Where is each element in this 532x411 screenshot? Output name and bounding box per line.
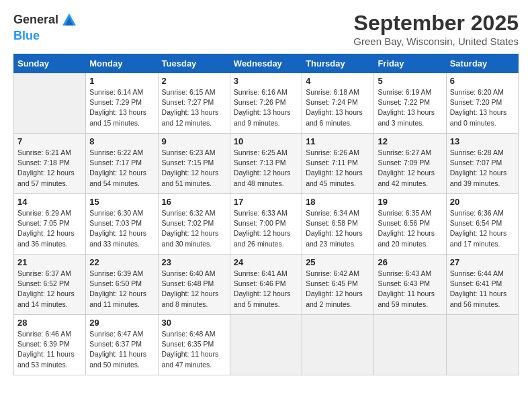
day-cell bbox=[230, 315, 302, 375]
day-cell: 7Sunrise: 6:21 AMSunset: 7:18 PMDaylight… bbox=[14, 134, 86, 194]
day-info: Sunrise: 6:43 AMSunset: 6:43 PMDaylight:… bbox=[378, 269, 442, 310]
day-cell: 8Sunrise: 6:22 AMSunset: 7:17 PMDaylight… bbox=[86, 134, 158, 194]
day-number: 9 bbox=[162, 136, 226, 146]
weekday-header-wednesday: Wednesday bbox=[230, 54, 302, 73]
logo-blue: Blue bbox=[13, 30, 79, 43]
day-number: 17 bbox=[234, 197, 298, 207]
day-info: Sunrise: 6:32 AMSunset: 7:02 PMDaylight:… bbox=[162, 208, 226, 249]
day-cell: 9Sunrise: 6:23 AMSunset: 7:15 PMDaylight… bbox=[158, 134, 230, 194]
day-number: 19 bbox=[378, 197, 442, 207]
day-cell: 2Sunrise: 6:15 AMSunset: 7:27 PMDaylight… bbox=[158, 73, 230, 134]
day-info: Sunrise: 6:35 AMSunset: 6:56 PMDaylight:… bbox=[378, 208, 442, 249]
weekday-header-row: SundayMondayTuesdayWednesdayThursdayFrid… bbox=[14, 54, 519, 73]
day-number: 26 bbox=[378, 257, 442, 267]
day-cell bbox=[302, 315, 374, 375]
day-cell: 15Sunrise: 6:30 AMSunset: 7:03 PMDayligh… bbox=[86, 194, 158, 255]
day-number: 30 bbox=[162, 318, 226, 328]
location-title: Green Bay, Wisconsin, United States bbox=[353, 36, 519, 47]
day-info: Sunrise: 6:39 AMSunset: 6:50 PMDaylight:… bbox=[89, 269, 154, 310]
day-info: Sunrise: 6:20 AMSunset: 7:20 PMDaylight:… bbox=[450, 87, 515, 128]
day-cell: 26Sunrise: 6:43 AMSunset: 6:43 PMDayligh… bbox=[374, 255, 446, 315]
day-cell: 13Sunrise: 6:28 AMSunset: 7:07 PMDayligh… bbox=[446, 134, 518, 194]
day-info: Sunrise: 6:36 AMSunset: 6:54 PMDaylight:… bbox=[450, 208, 515, 249]
week-row-3: 14Sunrise: 6:29 AMSunset: 7:05 PMDayligh… bbox=[14, 194, 519, 255]
logo-icon bbox=[60, 11, 79, 30]
day-cell: 11Sunrise: 6:26 AMSunset: 7:11 PMDayligh… bbox=[302, 134, 374, 194]
day-number: 21 bbox=[17, 257, 82, 267]
day-number: 20 bbox=[450, 197, 515, 207]
day-number: 16 bbox=[162, 197, 226, 207]
day-cell: 30Sunrise: 6:48 AMSunset: 6:35 PMDayligh… bbox=[158, 315, 230, 375]
day-number: 2 bbox=[162, 76, 226, 86]
day-info: Sunrise: 6:34 AMSunset: 6:58 PMDaylight:… bbox=[306, 208, 370, 249]
day-number: 5 bbox=[378, 76, 442, 86]
day-number: 14 bbox=[17, 197, 82, 207]
day-number: 1 bbox=[89, 76, 154, 86]
day-info: Sunrise: 6:37 AMSunset: 6:52 PMDaylight:… bbox=[17, 269, 82, 310]
calendar-table: SundayMondayTuesdayWednesdayThursdayFrid… bbox=[13, 54, 519, 375]
day-cell: 22Sunrise: 6:39 AMSunset: 6:50 PMDayligh… bbox=[86, 255, 158, 315]
day-info: Sunrise: 6:16 AMSunset: 7:26 PMDaylight:… bbox=[234, 87, 298, 128]
day-info: Sunrise: 6:44 AMSunset: 6:41 PMDaylight:… bbox=[450, 269, 515, 310]
day-info: Sunrise: 6:18 AMSunset: 7:24 PMDaylight:… bbox=[306, 87, 370, 128]
day-number: 24 bbox=[234, 257, 298, 267]
day-cell: 27Sunrise: 6:44 AMSunset: 6:41 PMDayligh… bbox=[446, 255, 518, 315]
day-number: 27 bbox=[450, 257, 515, 267]
day-info: Sunrise: 6:21 AMSunset: 7:18 PMDaylight:… bbox=[17, 148, 82, 189]
day-number: 7 bbox=[17, 136, 82, 146]
day-cell: 6Sunrise: 6:20 AMSunset: 7:20 PMDaylight… bbox=[446, 73, 518, 134]
day-cell: 17Sunrise: 6:33 AMSunset: 7:00 PMDayligh… bbox=[230, 194, 302, 255]
weekday-header-sunday: Sunday bbox=[14, 54, 86, 73]
day-info: Sunrise: 6:14 AMSunset: 7:29 PMDaylight:… bbox=[89, 87, 154, 128]
day-cell: 3Sunrise: 6:16 AMSunset: 7:26 PMDaylight… bbox=[230, 73, 302, 134]
day-cell bbox=[14, 73, 86, 134]
day-number: 10 bbox=[234, 136, 298, 146]
day-cell: 1Sunrise: 6:14 AMSunset: 7:29 PMDaylight… bbox=[86, 73, 158, 134]
day-number: 12 bbox=[378, 136, 442, 146]
day-number: 4 bbox=[306, 76, 370, 86]
day-cell: 5Sunrise: 6:19 AMSunset: 7:22 PMDaylight… bbox=[374, 73, 446, 134]
day-number: 15 bbox=[89, 197, 154, 207]
week-row-2: 7Sunrise: 6:21 AMSunset: 7:18 PMDaylight… bbox=[14, 134, 519, 194]
day-info: Sunrise: 6:25 AMSunset: 7:13 PMDaylight:… bbox=[234, 148, 298, 189]
title-block: September 2025 Green Bay, Wisconsin, Uni… bbox=[353, 11, 519, 47]
day-number: 25 bbox=[306, 257, 370, 267]
month-title: September 2025 bbox=[353, 11, 519, 36]
day-cell bbox=[374, 315, 446, 375]
day-info: Sunrise: 6:26 AMSunset: 7:11 PMDaylight:… bbox=[306, 148, 370, 189]
day-number: 28 bbox=[17, 318, 82, 328]
day-info: Sunrise: 6:30 AMSunset: 7:03 PMDaylight:… bbox=[89, 208, 154, 249]
day-cell: 19Sunrise: 6:35 AMSunset: 6:56 PMDayligh… bbox=[374, 194, 446, 255]
day-info: Sunrise: 6:22 AMSunset: 7:17 PMDaylight:… bbox=[89, 148, 154, 189]
page-header: General Blue September 2025 Green Bay, W… bbox=[13, 11, 519, 47]
weekday-header-monday: Monday bbox=[86, 54, 158, 73]
day-info: Sunrise: 6:40 AMSunset: 6:48 PMDaylight:… bbox=[162, 269, 226, 310]
day-info: Sunrise: 6:33 AMSunset: 7:00 PMDaylight:… bbox=[234, 208, 298, 249]
weekday-header-saturday: Saturday bbox=[446, 54, 518, 73]
day-info: Sunrise: 6:46 AMSunset: 6:39 PMDaylight:… bbox=[17, 329, 82, 370]
day-info: Sunrise: 6:41 AMSunset: 6:46 PMDaylight:… bbox=[234, 269, 298, 310]
day-number: 29 bbox=[89, 318, 154, 328]
day-cell: 25Sunrise: 6:42 AMSunset: 6:45 PMDayligh… bbox=[302, 255, 374, 315]
day-cell: 10Sunrise: 6:25 AMSunset: 7:13 PMDayligh… bbox=[230, 134, 302, 194]
day-number: 11 bbox=[306, 136, 370, 146]
day-cell: 21Sunrise: 6:37 AMSunset: 6:52 PMDayligh… bbox=[14, 255, 86, 315]
day-info: Sunrise: 6:27 AMSunset: 7:09 PMDaylight:… bbox=[378, 148, 442, 189]
day-cell: 14Sunrise: 6:29 AMSunset: 7:05 PMDayligh… bbox=[14, 194, 86, 255]
day-cell: 12Sunrise: 6:27 AMSunset: 7:09 PMDayligh… bbox=[374, 134, 446, 194]
weekday-header-tuesday: Tuesday bbox=[158, 54, 230, 73]
day-number: 18 bbox=[306, 197, 370, 207]
day-info: Sunrise: 6:15 AMSunset: 7:27 PMDaylight:… bbox=[162, 87, 226, 128]
day-cell: 24Sunrise: 6:41 AMSunset: 6:46 PMDayligh… bbox=[230, 255, 302, 315]
day-info: Sunrise: 6:28 AMSunset: 7:07 PMDaylight:… bbox=[450, 148, 515, 189]
day-info: Sunrise: 6:19 AMSunset: 7:22 PMDaylight:… bbox=[378, 87, 442, 128]
week-row-4: 21Sunrise: 6:37 AMSunset: 6:52 PMDayligh… bbox=[14, 255, 519, 315]
day-number: 6 bbox=[450, 76, 515, 86]
day-info: Sunrise: 6:42 AMSunset: 6:45 PMDaylight:… bbox=[306, 269, 370, 310]
day-cell: 28Sunrise: 6:46 AMSunset: 6:39 PMDayligh… bbox=[14, 315, 86, 375]
day-cell bbox=[446, 315, 518, 375]
day-cell: 23Sunrise: 6:40 AMSunset: 6:48 PMDayligh… bbox=[158, 255, 230, 315]
day-number: 13 bbox=[450, 136, 515, 146]
day-cell: 18Sunrise: 6:34 AMSunset: 6:58 PMDayligh… bbox=[302, 194, 374, 255]
day-cell: 16Sunrise: 6:32 AMSunset: 7:02 PMDayligh… bbox=[158, 194, 230, 255]
